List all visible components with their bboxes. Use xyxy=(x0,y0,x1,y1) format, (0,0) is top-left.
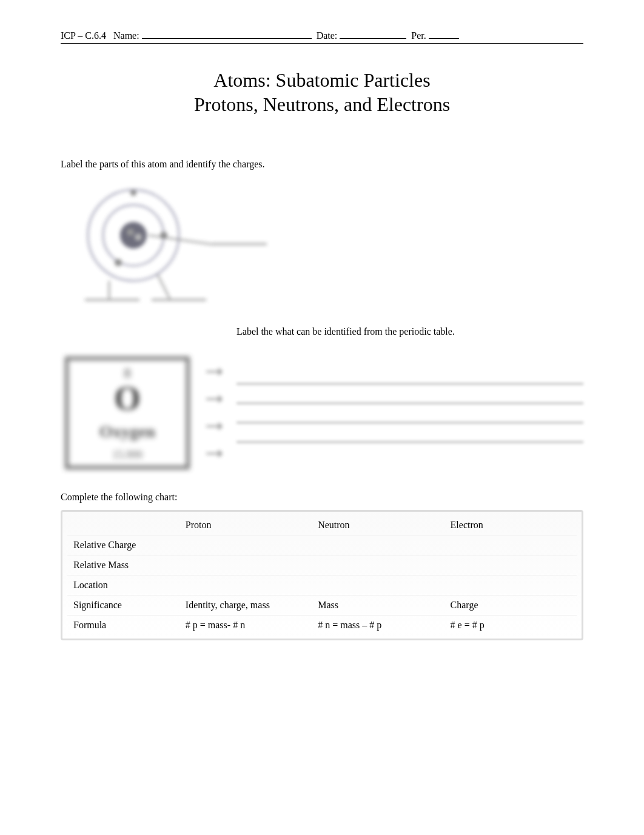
svg-point-4 xyxy=(135,233,142,241)
per-blank[interactable] xyxy=(429,38,459,39)
row-label: Relative Charge xyxy=(67,535,179,555)
svg-line-10 xyxy=(158,275,170,299)
atomic-number: 8 xyxy=(124,365,131,381)
name-label-text: Name: xyxy=(113,30,139,41)
table-row: Formula # p = mass- # n # n = mass – # p… xyxy=(67,615,577,635)
header-electron: Electron xyxy=(444,515,577,535)
periodic-instruction: Label the what can be identified from th… xyxy=(236,326,583,337)
table-row: Relative Charge xyxy=(67,535,577,555)
title-line-2: Protons, Neutrons, and Electrons xyxy=(61,92,583,116)
answer-blank[interactable] xyxy=(236,383,583,384)
worksheet-header: ICP – C.6.4 Name: Date: Per. xyxy=(61,30,583,44)
row-label: Significance xyxy=(67,595,179,615)
svg-rect-11 xyxy=(85,299,139,301)
element-name: Oxygen xyxy=(99,422,155,441)
svg-point-2 xyxy=(120,222,147,249)
svg-point-7 xyxy=(130,190,136,196)
cell-blank[interactable] xyxy=(179,555,312,575)
cell-value: # e = # p xyxy=(444,615,577,635)
svg-rect-12 xyxy=(152,299,206,301)
answer-blank[interactable] xyxy=(236,422,583,423)
per-label: Per. xyxy=(411,30,426,41)
name-label xyxy=(106,30,113,41)
row-label: Location xyxy=(67,575,179,595)
arrow-icon xyxy=(206,367,224,377)
cell-blank[interactable] xyxy=(312,535,444,555)
cell-blank[interactable] xyxy=(312,555,444,575)
table-header-row: Proton Neutron Electron xyxy=(67,515,577,535)
cell-value: # n = mass – # p xyxy=(312,615,444,635)
table-row: Relative Mass xyxy=(67,555,577,575)
cell-blank[interactable] xyxy=(444,555,577,575)
answer-blank[interactable] xyxy=(236,441,583,443)
periodic-area: 8 O Oxygen 15.999 xyxy=(61,352,583,474)
cell-blank[interactable] xyxy=(444,575,577,595)
svg-line-8 xyxy=(149,235,212,244)
chart-wrapper: Proton Neutron Electron Relative Charge … xyxy=(61,510,583,640)
header-neutron: Neutron xyxy=(312,515,444,535)
answer-blank[interactable] xyxy=(236,403,583,404)
svg-point-5 xyxy=(115,259,122,266)
cell-value: Mass xyxy=(312,595,444,615)
cell-blank[interactable] xyxy=(444,535,577,555)
subatomic-chart: Proton Neutron Electron Relative Charge … xyxy=(67,515,577,635)
cell-value: # p = mass- # n xyxy=(179,615,312,635)
svg-point-3 xyxy=(127,229,134,236)
date-blank[interactable] xyxy=(340,38,406,39)
atom-instruction: Label the parts of this atom and identif… xyxy=(61,159,583,170)
table-row: Location xyxy=(67,575,577,595)
course-code: ICP – C.6.4 xyxy=(61,30,106,41)
cell-value: Charge xyxy=(444,595,577,615)
title-line-1: Atoms: Subatomic Particles xyxy=(61,68,583,92)
header-proton: Proton xyxy=(179,515,312,535)
cell-blank[interactable] xyxy=(179,535,312,555)
periodic-answer-lines xyxy=(236,383,583,443)
periodic-element-tile: 8 O Oxygen 15.999 xyxy=(61,352,194,474)
name-blank[interactable] xyxy=(142,38,312,39)
header-blank xyxy=(67,515,179,535)
cell-value: Identity, charge, mass xyxy=(179,595,312,615)
title-block: Atoms: Subatomic Particles Protons, Neut… xyxy=(61,68,583,116)
cell-blank[interactable] xyxy=(312,575,444,595)
atomic-mass: 15.999 xyxy=(112,449,143,461)
atom-diagram xyxy=(61,175,273,314)
row-label: Relative Mass xyxy=(67,555,179,575)
element-symbol: O xyxy=(114,380,141,417)
arrow-icon xyxy=(206,422,224,431)
cell-blank[interactable] xyxy=(179,575,312,595)
chart-instruction: Complete the following chart: xyxy=(61,492,583,503)
arrow-icon xyxy=(206,395,224,404)
table-row: Significance Identity, charge, mass Mass… xyxy=(67,595,577,615)
date-label: Date: xyxy=(317,30,338,41)
svg-rect-13 xyxy=(212,243,267,245)
arrow-icon xyxy=(206,449,224,458)
row-label: Formula xyxy=(67,615,179,635)
arrow-column xyxy=(206,367,224,458)
